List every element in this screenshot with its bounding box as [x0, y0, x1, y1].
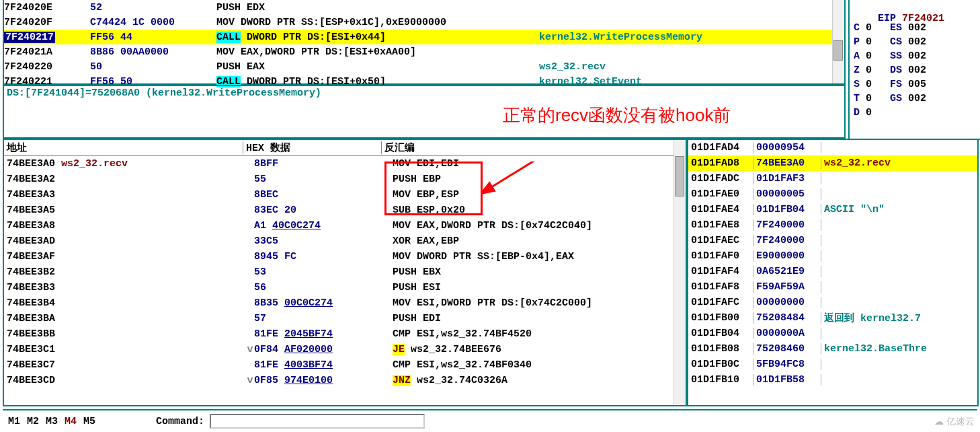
dump-row[interactable]: 74BEE3A0 ws2_32.recv8BFFMOV EDI,EDI — [4, 156, 686, 172]
bookmark-m4[interactable]: M4 — [65, 416, 77, 427]
stack-row[interactable]: 01D1FADC01D1FAF3 — [688, 171, 977, 186]
dump-row[interactable]: 74BEE3CDv0F85 974E0100JNZ ws2_32.74C0326… — [4, 373, 686, 388]
stack-row[interactable]: 01D1FAF8F59AF59A — [688, 279, 977, 295]
command-input[interactable] — [210, 414, 425, 429]
col-header-hex[interactable]: HEX 数据 — [243, 141, 382, 154]
bookmark-m2[interactable]: M2 — [27, 416, 39, 427]
stack-row[interactable]: 01D1FAFC00000000 — [688, 295, 977, 310]
bookmark-m1[interactable]: M1 — [8, 416, 20, 427]
col-header-disasm[interactable]: 反汇编 — [382, 141, 686, 154]
stack-row[interactable]: 01D1FAE000000005 — [688, 186, 977, 202]
flag-row[interactable]: S 0 FS 005 — [854, 79, 976, 93]
col-header-address[interactable]: 地址 — [4, 141, 243, 154]
dump-row[interactable]: 74BEE3A583EC 20SUB ESP,0x20 — [4, 203, 686, 218]
dump-row[interactable]: 74BEE3B356PUSH ESI — [4, 280, 686, 295]
dump-row[interactable]: 74BEE3B48B35 00C0C274MOV ESI,DWORD PTR D… — [4, 295, 686, 311]
dump-row[interactable]: 74BEE3AF8945 FCMOV DWORD PTR SS:[EBP-0x4… — [4, 249, 686, 264]
bookmark-m3[interactable]: M3 — [46, 416, 58, 427]
stack-row[interactable]: 01D1FAEC7F240000 — [688, 233, 977, 248]
disasm-row[interactable]: 7F24020FC74424 1C 0000MOV DWORD PTR SS:[… — [4, 15, 844, 30]
flag-row[interactable]: A 0 SS 002 — [854, 50, 976, 65]
dump-header: 地址 HEX 数据 反汇编 — [4, 140, 686, 156]
flag-row[interactable]: T 0 GS 002 — [854, 93, 976, 107]
stack-row[interactable]: 01D1FAF0E9000000 — [688, 248, 977, 264]
stack-row[interactable]: 01D1FB040000000A — [688, 326, 977, 341]
stack-row[interactable]: 01D1FAF40A6521E9 — [688, 264, 977, 279]
stack-row[interactable]: 01D1FB0075208484返回到 kernel32.7 — [688, 310, 977, 326]
stack-row[interactable]: 01D1FAD400000954 — [688, 140, 977, 155]
flag-row[interactable]: D 0 — [854, 107, 976, 121]
stack-row[interactable]: 01D1FB0C5FB94FC8 — [688, 357, 977, 372]
dump-row[interactable]: 74BEE3A38BECMOV EBP,ESP — [4, 187, 686, 203]
disasm-row[interactable]: 7F24021A8B86 00AA0000MOV EAX,DWORD PTR D… — [4, 44, 844, 59]
dump-row[interactable]: 74BEE3C1v0F84 AF020000JE ws2_32.74BEE676 — [4, 342, 686, 357]
stack-row[interactable]: 01D1FB0875208460kernel32.BaseThre — [688, 341, 977, 357]
disasm-row[interactable]: 7F24020E52PUSH EDX — [4, 0, 844, 15]
command-label: Command: — [156, 416, 204, 427]
flag-row[interactable]: Z 0 DS 002 — [854, 65, 976, 79]
dump-row[interactable]: 74BEE3A8A1 40C0C274MOV EAX,DWORD PTR DS:… — [4, 218, 686, 233]
registers-pane[interactable]: EIP 7F24021 C 0 ES 002P 0 CS 002A 0 SS 0… — [848, 0, 980, 140]
stack-row[interactable]: 01D1FB1001D1FB58 — [688, 372, 977, 388]
disasm-row[interactable]: 7F240217FF56 44CALL DWORD PTR DS:[ESI+0x… — [4, 30, 844, 44]
stack-pane[interactable]: 01D1FAD40000095401D1FAD874BEE3A0ws2_32.r… — [687, 139, 979, 406]
watermark: ☁ 亿速云 — [934, 416, 975, 428]
dump-row[interactable]: 74BEE3BB81FE 2045BF74CMP ESI,ws2_32.74BF… — [4, 326, 686, 342]
dump-row[interactable]: 74BEE3BA57PUSH EDI — [4, 311, 686, 326]
flag-row[interactable]: P 0 CS 002 — [854, 36, 976, 50]
annotation-label: 正常的recv函数没有被hook前 — [503, 104, 731, 127]
stack-row[interactable]: 01D1FAD874BEE3A0ws2_32.recv — [688, 155, 977, 171]
flag-row[interactable]: C 0 ES 002 — [854, 22, 976, 36]
stack-row[interactable]: 01D1FAE87F240000 — [688, 217, 977, 233]
bookmark-m5[interactable]: M5 — [83, 416, 95, 427]
info-line: DS:[7F241044]=752068A0 (kernel32.WritePr… — [4, 86, 844, 100]
dump-row[interactable]: 74BEE3C781FE 4003BF74CMP ESI,ws2_32.74BF… — [4, 357, 686, 373]
command-bar: M1 M2 M3 M4 M5 Command: — [3, 409, 977, 432]
stack-row[interactable]: 01D1FAE401D1FB04ASCII "\n" — [688, 202, 977, 217]
dump-row[interactable]: 74BEE3B253PUSH EBX — [4, 264, 686, 280]
dump-pane[interactable]: 地址 HEX 数据 反汇编 74BEE3A0 ws2_32.recv8BFFMO… — [3, 139, 687, 406]
dump-row[interactable]: 74BEE3A255PUSH EBP — [4, 172, 686, 187]
scrollbar-vertical[interactable] — [832, 0, 844, 83]
scrollbar-vertical[interactable] — [673, 140, 686, 405]
disasm-row[interactable]: 7F24022050PUSH EAXws2_32.recv — [4, 59, 844, 74]
disassembly-pane[interactable]: 7F24020E52PUSH EDX7F24020FC74424 1C 0000… — [3, 0, 846, 85]
dump-row[interactable]: 74BEE3AD33C5XOR EAX,EBP — [4, 233, 686, 249]
